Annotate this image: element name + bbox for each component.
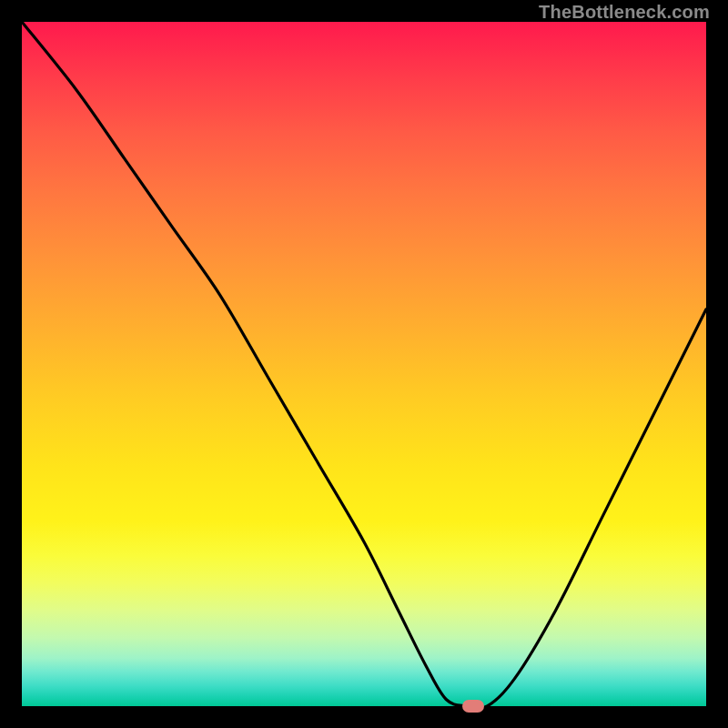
watermark-text: TheBottleneck.com bbox=[539, 2, 710, 23]
optimal-point-marker bbox=[462, 700, 484, 713]
curve-path bbox=[22, 22, 706, 709]
chart-container: TheBottleneck.com bbox=[0, 0, 728, 728]
bottleneck-curve bbox=[22, 22, 706, 706]
